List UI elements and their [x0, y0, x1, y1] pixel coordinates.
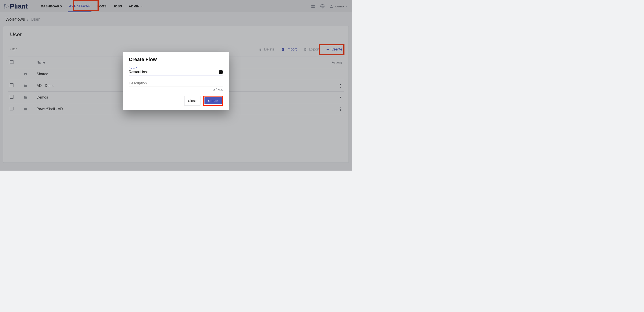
- annotation-highlight-modal-create: Create: [203, 96, 223, 106]
- modal-title: Create Flow: [129, 56, 223, 62]
- name-label: Name: [129, 67, 135, 70]
- close-button[interactable]: Close: [184, 96, 200, 106]
- info-icon[interactable]: i: [219, 70, 223, 74]
- modal-create-button[interactable]: Create: [204, 97, 222, 104]
- name-input[interactable]: [129, 70, 216, 74]
- required-indicator: *: [136, 67, 137, 70]
- char-count: 0 / 500: [129, 88, 223, 92]
- create-flow-modal: Create Flow Name * i 0 / 500 Close Creat…: [123, 52, 229, 110]
- description-input[interactable]: [129, 80, 223, 86]
- description-field: 0 / 500: [129, 80, 223, 92]
- modal-overlay: Create Flow Name * i 0 / 500 Close Creat…: [0, 0, 352, 171]
- name-field: Name * i: [129, 67, 223, 75]
- modal-actions: Close Create: [129, 96, 223, 106]
